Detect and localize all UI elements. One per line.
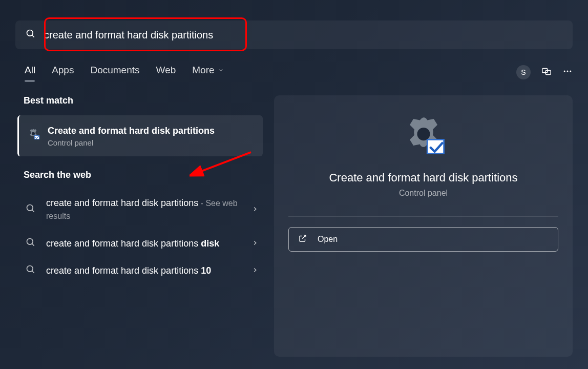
web-result-text: create and format hard disk partitions -… [46,197,241,222]
more-options-icon[interactable] [562,66,573,79]
chevron-down-icon [218,67,224,73]
filter-tabs: All Apps Documents Web More [25,65,224,80]
tab-all[interactable]: All [25,65,35,80]
open-external-icon [298,234,307,245]
svg-point-15 [417,128,430,140]
svg-point-6 [570,70,571,72]
user-avatar[interactable]: S [516,65,531,79]
web-result[interactable]: create and format hard disk partitions -… [24,190,263,230]
search-web-heading: Search the web [24,170,263,180]
tab-web[interactable]: Web [156,65,176,80]
chat-icon[interactable] [541,66,552,79]
detail-title: Create and format hard disk partitions [288,171,558,184]
tab-apps[interactable]: Apps [52,65,74,80]
best-match-subtitle: Control panel [48,138,256,147]
svg-point-13 [27,266,33,272]
gear-icon [26,128,40,144]
best-match-result[interactable]: Create and format hard disk partitions C… [17,115,263,156]
search-input[interactable] [44,29,562,41]
svg-line-12 [32,244,34,246]
best-match-title: Create and format hard disk partitions [48,125,256,137]
tab-more[interactable]: More [192,65,223,80]
svg-point-7 [32,132,35,135]
web-result[interactable]: create and format hard disk partitions 1… [24,257,263,284]
web-result-text: create and format hard disk partitions 1… [46,264,241,277]
detail-subtitle: Control panel [288,189,558,198]
svg-point-9 [27,205,33,211]
svg-line-1 [32,35,34,37]
open-button[interactable]: Open [288,227,558,252]
best-match-heading: Best match [24,95,263,106]
svg-line-14 [32,271,34,273]
web-result[interactable]: create and format hard disk partitions d… [24,230,263,257]
svg-point-4 [564,70,565,72]
svg-point-0 [27,30,33,36]
search-icon [26,203,36,216]
chevron-right-icon [251,238,259,249]
svg-line-10 [32,210,34,212]
svg-point-11 [27,239,33,245]
search-icon [26,264,36,277]
tab-more-label: More [192,65,214,76]
divider [288,216,558,217]
chevron-right-icon [251,204,259,215]
open-button-label: Open [318,235,338,244]
search-bar[interactable] [15,20,573,49]
web-result-text: create and format hard disk partitions d… [46,237,241,250]
chevron-right-icon [251,265,259,276]
svg-point-5 [567,70,569,72]
search-icon [26,237,36,250]
tab-documents[interactable]: Documents [90,65,139,80]
gear-icon [401,114,447,162]
search-icon [26,29,36,41]
detail-panel: Create and format hard disk partitions C… [274,95,573,357]
